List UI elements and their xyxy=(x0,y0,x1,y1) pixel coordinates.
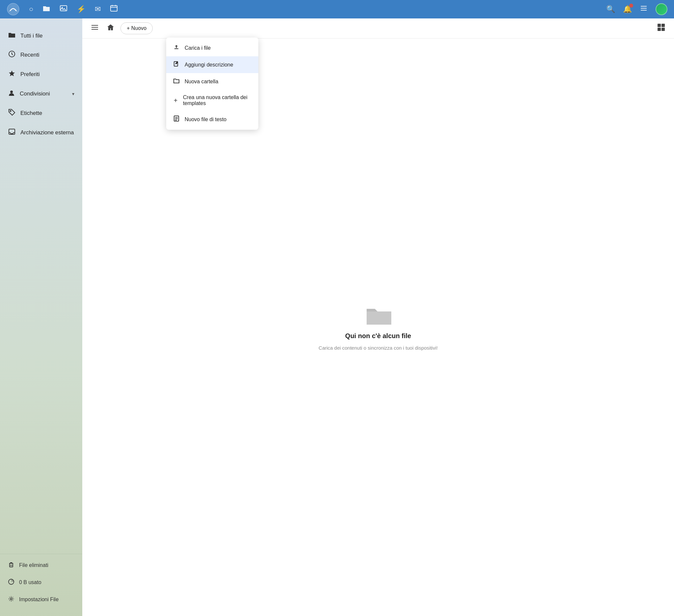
svg-point-19 xyxy=(10,598,12,600)
new-button-label: + Nuovo xyxy=(127,25,146,31)
bell-icon[interactable]: 🔔 xyxy=(623,5,632,13)
pie-icon xyxy=(8,579,14,586)
sidebar-content: Tutti i file Recenti Preferiti xyxy=(0,24,82,611)
sidebar-label-favorites: Preferiti xyxy=(20,71,40,78)
sidebar-item-favorites[interactable]: Preferiti xyxy=(0,65,82,84)
dropdown-label-add-desc: Aggiungi descrizione xyxy=(185,62,233,68)
nav-icon-mail[interactable]: ✉ xyxy=(95,5,101,13)
empty-state-title: Qui non c'è alcun file xyxy=(345,332,411,340)
new-button[interactable]: + Nuovo xyxy=(120,22,153,34)
chevron-down-icon: ▾ xyxy=(72,91,74,96)
inbox-icon xyxy=(8,128,16,137)
dropdown-label-new-folder: Nuova cartella xyxy=(185,79,218,85)
top-bar: ○ ⚡ ✉ 🔍 🔔 xyxy=(0,0,674,18)
dropdown-label-new-template: Crea una nuova cartella dei templates xyxy=(183,95,252,106)
dropdown-label-upload: Carica i file xyxy=(185,45,211,51)
svg-rect-15 xyxy=(10,563,13,567)
dropdown-item-new-folder[interactable]: Nuova cartella xyxy=(166,73,258,90)
dropdown-item-new-text[interactable]: Nuovo file di testo xyxy=(166,111,258,128)
sidebar-label-external: Archiviazione esterna xyxy=(20,129,74,136)
upload-icon xyxy=(173,44,180,52)
dropdown-menu: Carica i file Aggiungi descrizione Nuova… xyxy=(166,37,258,130)
empty-state-subtitle: Carica dei contenuti o sincronizza con i… xyxy=(319,345,438,350)
svg-marker-11 xyxy=(9,71,15,76)
nav-icon-lightning[interactable]: ⚡ xyxy=(77,5,86,13)
nav-icon-image[interactable] xyxy=(60,5,68,14)
toolbar-right xyxy=(655,23,667,33)
star-icon xyxy=(8,70,16,79)
dropdown-label-new-text: Nuovo file di testo xyxy=(185,117,226,122)
home-button[interactable] xyxy=(105,22,116,35)
svg-rect-3 xyxy=(111,6,117,11)
sidebar-label-deleted: File eliminati xyxy=(19,562,48,568)
empty-folder-icon xyxy=(365,304,391,327)
content-toolbar: + Nuovo Carica i file xyxy=(82,18,674,38)
recent-icon xyxy=(8,50,16,59)
sidebar-item-labels[interactable]: Etichette xyxy=(0,103,82,123)
nav-icon-folder[interactable] xyxy=(42,5,50,14)
top-bar-right: 🔍 🔔 xyxy=(606,3,667,15)
trash-icon xyxy=(8,561,14,569)
sidebar: Tutti i file Recenti Preferiti xyxy=(0,18,82,616)
search-icon[interactable]: 🔍 xyxy=(606,5,615,13)
folder-icon xyxy=(8,32,16,40)
doc-edit-icon xyxy=(173,61,180,69)
sidebar-item-recent[interactable]: Recenti xyxy=(0,45,82,65)
folder-add-icon xyxy=(173,78,180,85)
list-icon[interactable] xyxy=(640,5,648,14)
plus-icon: + xyxy=(173,97,179,104)
sidebar-label-storage: 0 B usato xyxy=(19,580,41,585)
dropdown-item-upload[interactable]: Carica i file xyxy=(166,39,258,56)
svg-rect-24 xyxy=(662,24,665,27)
notification-badge xyxy=(629,4,633,8)
main-layout: Tutti i file Recenti Preferiti xyxy=(0,18,674,616)
svg-point-12 xyxy=(10,91,13,93)
tag-icon xyxy=(8,109,16,117)
sidebar-label-recent: Recenti xyxy=(20,52,39,58)
sidebar-item-settings[interactable]: Impostazioni File xyxy=(0,591,82,608)
sidebar-item-storage[interactable]: 0 B usato xyxy=(0,574,82,591)
svg-point-13 xyxy=(10,111,11,112)
svg-rect-23 xyxy=(658,24,661,27)
dropdown-item-add-desc[interactable]: Aggiungi descrizione xyxy=(166,56,258,73)
sidebar-label-all-files: Tutti i file xyxy=(20,32,42,39)
grid-view-button[interactable] xyxy=(655,23,667,35)
user-avatar[interactable] xyxy=(656,3,667,15)
sidebar-bottom: File eliminati 0 B usato Impostazioni Fi… xyxy=(0,554,82,611)
svg-rect-25 xyxy=(658,28,661,31)
svg-point-0 xyxy=(7,3,19,15)
svg-rect-26 xyxy=(662,28,665,31)
sidebar-nav: Tutti i file Recenti Preferiti xyxy=(0,24,82,554)
sidebar-item-shared[interactable]: Condivisioni ▾ xyxy=(0,84,82,103)
sidebar-item-shared-left: Condivisioni xyxy=(8,89,72,98)
gear-icon xyxy=(8,596,14,604)
top-bar-left: ○ ⚡ ✉ xyxy=(7,3,118,16)
sidebar-item-deleted[interactable]: File eliminati xyxy=(0,557,82,574)
person-icon xyxy=(8,89,15,98)
app-logo[interactable] xyxy=(7,3,20,16)
sidebar-label-shared: Condivisioni xyxy=(20,91,50,97)
main-content: + Nuovo Carica i file xyxy=(82,18,674,616)
sidebar-label-labels: Etichette xyxy=(20,110,42,117)
hamburger-button[interactable] xyxy=(89,22,101,34)
nav-icon-calendar[interactable] xyxy=(110,5,118,14)
sidebar-label-settings: Impostazioni File xyxy=(19,597,59,603)
doc-icon xyxy=(173,116,180,123)
sidebar-item-external[interactable]: Archiviazione esterna xyxy=(0,123,82,142)
dropdown-item-new-template[interactable]: + Crea una nuova cartella dei templates xyxy=(166,90,258,111)
sidebar-item-all-files[interactable]: Tutti i file xyxy=(0,26,82,45)
nav-icon-circle[interactable]: ○ xyxy=(29,5,33,13)
